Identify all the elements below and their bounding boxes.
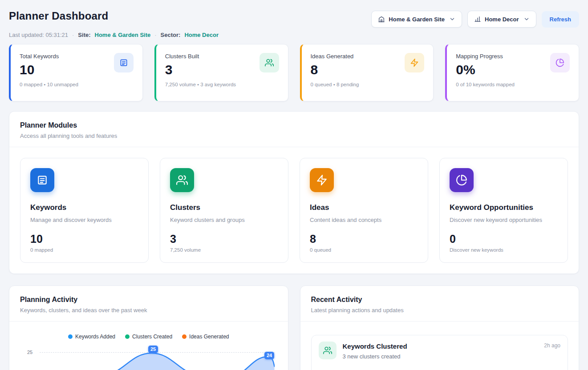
legend-dot-blue [68,334,73,339]
module-sub: 0 mapped [30,247,138,253]
pie-chart-icon [550,53,570,72]
legend-item-clusters-created: Clusters Created [125,334,172,340]
site-link[interactable]: Home & Garden Site [95,32,151,38]
recent-activity-card: Recent Activity Latest planning actions … [300,286,580,370]
site-label: Site: [78,32,90,38]
stat-value: 8 [311,62,359,77]
module-value: 8 [310,233,418,245]
meta-row: Last updated: 05:31:21 · Site: Home & Ga… [9,32,579,38]
legend-dot-green [125,334,130,339]
bar-chart-icon [474,16,481,23]
planning-activity-card: Planning Activity Keywords, clusters, an… [9,286,288,370]
separator: · [154,32,156,38]
bottom-row: Planning Activity Keywords, clusters, an… [9,286,579,370]
activity-timestamp: 2h ago [544,342,560,370]
planner-modules-header: Planner Modules Access all planning tool… [9,112,579,147]
card-subtitle: Latest planning actions and updates [311,307,568,314]
module-card-clusters[interactable]: Clusters Keyword clusters and groups 3 7… [160,158,288,263]
last-updated-text: Last updated: 05:31:21 [9,32,68,38]
module-title: Clusters [170,203,278,212]
module-title: Ideas [310,203,418,212]
module-value: 3 [170,233,278,245]
site-dropdown-label: Home & Garden Site [389,16,445,23]
module-title: Keywords [30,203,138,212]
sector-label: Sector: [161,32,181,38]
stat-label: Ideas Generated [311,53,359,60]
y-axis-tick: 25 [27,350,32,355]
stat-sub: 0 mapped • 10 unmapped [20,82,78,87]
module-card-keyword-opportunities[interactable]: Keyword Opportunities Discover new keywo… [439,158,568,263]
stat-value: 0% [456,62,515,77]
module-card-keywords[interactable]: Keywords Manage and discover keywords 10… [20,158,149,263]
chevron-down-icon [449,16,455,22]
users-icon [260,53,279,72]
stat-sub: 0 queued • 8 pending [311,82,359,87]
planner-modules-panel: Planner Modules Access all planning tool… [9,111,579,274]
header-controls: Home & Garden Site Home Decor Refresh [371,11,579,28]
card-title: Planning Activity [20,296,277,304]
lightning-icon [310,168,334,192]
sector-link[interactable]: Home Decor [184,32,219,38]
activity-title: Keywords Clustered [343,342,538,350]
section-subtitle: Access all planning tools and features [20,133,568,139]
separator: · [72,32,74,38]
activity-item: Keywords Clustered 3 new clusters create… [311,335,568,370]
users-icon [319,342,337,359]
module-description: Keyword clusters and groups [170,217,278,223]
module-title: Keyword Opportunities [450,203,558,212]
building-icon [378,16,385,23]
module-sub: 7,250 volume [170,247,278,253]
users-icon [170,168,194,192]
document-icon [30,168,54,192]
card-subtitle: Keywords, clusters, and ideas over the p… [20,307,277,314]
stat-label: Clusters Built [165,53,236,60]
stat-value: 10 [20,62,78,77]
legend-dot-orange [182,334,187,339]
data-point-label: 24 [264,352,274,359]
planning-activity-chart: 25 25 24 [20,344,277,370]
stat-card-total-keywords: Total Keywords 10 0 mapped • 10 unmapped [9,44,143,101]
module-value: 0 [450,233,558,245]
stat-card-clusters-built: Clusters Built 3 7,250 volume • 3 avg ke… [154,44,288,101]
pie-chart-icon [450,168,474,192]
activity-description: 3 new clusters created [343,353,538,360]
page-header: Planner Dashboard Home & Garden Site Hom… [9,10,579,28]
module-value: 10 [30,233,138,245]
planning-activity-header: Planning Activity Keywords, clusters, an… [9,286,288,322]
module-sub: 0 queued [310,247,418,253]
stat-sub: 7,250 volume • 3 avg keywords [165,82,236,87]
legend-label: Clusters Created [132,334,172,340]
sector-dropdown[interactable]: Home Decor [467,11,536,28]
activity-item-content: Keywords Clustered 3 new clusters create… [343,342,538,370]
sector-dropdown-label: Home Decor [485,16,519,23]
planning-activity-body: Keywords Added Clusters Created Ideas Ge… [9,322,288,370]
module-description: Manage and discover keywords [30,217,138,223]
stat-label: Total Keywords [20,53,78,60]
lightning-icon [405,53,424,72]
site-dropdown[interactable]: Home & Garden Site [371,11,462,28]
refresh-button[interactable]: Refresh [542,11,579,28]
stats-row: Total Keywords 10 0 mapped • 10 unmapped… [9,44,579,101]
stat-card-mapping-progress: Mapping Progress 0% 0 of 10 keywords map… [445,44,579,101]
page-title: Planner Dashboard [9,10,108,22]
legend-item-keywords-added: Keywords Added [68,334,115,340]
stat-value: 3 [165,62,236,77]
planner-dashboard-page: Planner Dashboard Home & Garden Site Hom… [0,0,588,370]
chart-legend: Keywords Added Clusters Created Ideas Ge… [20,334,277,340]
module-description: Discover new keyword opportunities [450,217,558,223]
card-title: Recent Activity [311,296,568,304]
stat-label: Mapping Progress [456,53,515,60]
stat-sub: 0 of 10 keywords mapped [456,82,515,87]
document-icon [114,53,134,72]
module-description: Content ideas and concepts [310,217,418,223]
legend-item-ideas-generated: Ideas Generated [182,334,229,340]
data-point-label: 25 [148,346,158,353]
modules-grid: Keywords Manage and discover keywords 10… [9,147,579,273]
section-title: Planner Modules [20,121,568,129]
legend-label: Ideas Generated [189,334,229,340]
recent-activity-body: Keywords Clustered 3 new clusters create… [300,322,579,370]
module-card-ideas[interactable]: Ideas Content ideas and concepts 8 0 que… [300,158,428,263]
chevron-down-icon [523,16,530,22]
recent-activity-header: Recent Activity Latest planning actions … [300,286,579,322]
module-sub: Discover new keywords [450,247,558,253]
